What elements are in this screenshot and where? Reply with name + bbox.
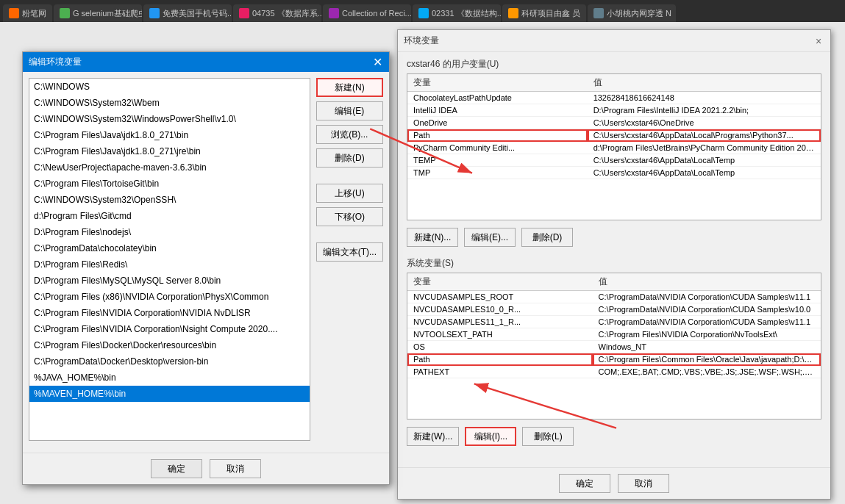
env-variables-dialog: 环境变量 × cxstar46 的用户变量(U) 变量 值 bbox=[397, 29, 831, 500]
user-var-value: C:\Users\cxstar46\OneDrive bbox=[588, 117, 821, 129]
user-var-value: D:\Program Files\IntelliJ IDEA 2021.2.2\… bbox=[588, 104, 821, 117]
edit-browse-button[interactable]: 浏览(B)... bbox=[316, 125, 383, 144]
tab-selenium[interactable]: G selenium基础爬虫... bbox=[54, 4, 142, 22]
tab-favicon bbox=[418, 8, 429, 18]
path-list-item[interactable]: C:\Program Files\Docker\Docker\resources… bbox=[29, 337, 310, 353]
user-var-row[interactable]: PathC:\Users\cxstar46\AppData\Local\Prog… bbox=[407, 129, 821, 142]
edit-cancel-button[interactable]: 取消 bbox=[210, 459, 261, 478]
path-list-item[interactable]: %JAVA_HOME%\bin bbox=[29, 370, 310, 386]
user-edit-button[interactable]: 编辑(E)... bbox=[464, 228, 516, 247]
path-list-item[interactable]: D:\Program Files\nodejs\ bbox=[29, 224, 310, 240]
path-list-item[interactable]: C:\WINDOWS\System32\WindowsPowerShell\v1… bbox=[29, 111, 310, 127]
user-delete-button[interactable]: 删除(D) bbox=[521, 228, 573, 247]
user-var-name: ChocolateyLastPathUpdate bbox=[407, 92, 588, 104]
system-var-row[interactable]: NVCUDASAMPLES11_1_R...C:\ProgramData\NVI… bbox=[407, 316, 821, 328]
user-vars-table: 变量 值 ChocolateyLastPathUpdate13262841861… bbox=[407, 74, 821, 179]
sys-var-name: NVCUDASAMPLES10_0_R... bbox=[407, 303, 593, 316]
sys-var-value: C:\ProgramData\NVIDIA Corporation\CUDA S… bbox=[593, 291, 821, 303]
system-vars-table: 变量 值 NVCUDASAMPLES_ROOTC:\ProgramData\NV… bbox=[407, 273, 821, 378]
user-var-name: TEMP bbox=[407, 154, 588, 167]
path-list-item[interactable]: C:\Program Files (x86)\NVIDIA Corporatio… bbox=[29, 289, 310, 305]
user-var-row[interactable]: TEMPC:\Users\cxstar46\AppData\Local\Temp bbox=[407, 154, 821, 167]
env-dialog-close-button[interactable]: × bbox=[813, 35, 824, 47]
sys-var-value: C:\Program Files\Common Files\Oracle\Jav… bbox=[593, 353, 821, 366]
path-list-item[interactable]: C:\Program Files\NVIDIA Corporation\NVID… bbox=[29, 305, 310, 321]
edit-movedown-button[interactable]: 下移(O) bbox=[316, 207, 383, 226]
tab-phone[interactable]: 免费美国手机号码... bbox=[143, 4, 232, 22]
system-var-row[interactable]: OSWindows_NT bbox=[407, 341, 821, 353]
tab-collection[interactable]: Collection of Reci... bbox=[323, 4, 411, 22]
system-edit-button[interactable]: 编辑(I)... bbox=[465, 427, 516, 446]
path-list-item[interactable]: C:\Program Files\Java\jdk1.8.0_271\jre\b… bbox=[29, 143, 310, 159]
edit-new-button[interactable]: 新建(N) bbox=[316, 78, 383, 97]
tab-ds[interactable]: 02331 《数据结构... bbox=[413, 4, 501, 22]
user-var-row[interactable]: OneDriveC:\Users\cxstar46\OneDrive bbox=[407, 117, 821, 129]
user-var-row[interactable]: PyCharm Community Editi...d:\Program Fil… bbox=[407, 142, 821, 154]
user-new-button[interactable]: 新建(N)... bbox=[407, 228, 458, 247]
tab-favicon bbox=[593, 8, 604, 18]
user-col-val: 值 bbox=[588, 74, 821, 92]
path-list-item[interactable]: C:\NewUserProject\apache-maven-3.6.3\bin bbox=[29, 159, 310, 176]
env-dialog-content: cxstar46 的用户变量(U) 变量 值 ChocolateyLastPat… bbox=[398, 52, 830, 499]
sys-var-name: Path bbox=[407, 353, 593, 366]
system-new-button[interactable]: 新建(W)... bbox=[407, 427, 459, 446]
sys-col-val: 值 bbox=[593, 273, 821, 291]
edit-dialog-body: C:\WINDOWSC:\WINDOWS\System32\WbemC:\WIN… bbox=[23, 72, 389, 453]
path-list-item[interactable]: d:\Program Files\Git\cmd bbox=[29, 208, 310, 224]
env-cancel-button[interactable]: 取消 bbox=[618, 474, 669, 493]
env-ok-button[interactable]: 确定 bbox=[559, 474, 610, 493]
user-var-row[interactable]: TMPC:\Users\cxstar46\AppData\Local\Temp bbox=[407, 167, 821, 179]
tab-fenbiwang[interactable]: 粉笔网 bbox=[3, 4, 52, 22]
path-list-item[interactable]: C:\ProgramData\Docker\Desktop\version-bi… bbox=[29, 353, 310, 370]
path-list-item[interactable]: D:\Program Files\Redis\ bbox=[29, 256, 310, 273]
path-list-item[interactable]: C:\WINDOWS\System32\Wbem bbox=[29, 95, 310, 111]
sys-var-name: NVTOOLSEXT_PATH bbox=[407, 328, 593, 341]
path-list-item[interactable]: %MAVEN_HOME%\bin bbox=[29, 386, 310, 402]
user-var-value: C:\Users\cxstar46\AppData\Local\Temp bbox=[588, 154, 821, 167]
sys-var-value: C:\Program Files\NVIDIA Corporation\NvTo… bbox=[593, 328, 821, 341]
main-background: 环境变量 × cxstar46 的用户变量(U) 变量 值 bbox=[0, 22, 845, 504]
system-vars-table-container[interactable]: 变量 值 NVCUDASAMPLES_ROOTC:\ProgramData\NV… bbox=[407, 273, 821, 420]
path-list-item[interactable]: C:\WINDOWS bbox=[29, 79, 310, 95]
env-dialog-footer: 确定 取消 bbox=[398, 467, 830, 499]
path-list-item[interactable]: C:\Program Files\Java\jdk1.8.0_271\bin bbox=[29, 127, 310, 143]
user-var-row[interactable]: ChocolateyLastPathUpdate1326284186166241… bbox=[407, 92, 821, 104]
user-var-name: TMP bbox=[407, 167, 588, 179]
user-var-name: Path bbox=[407, 129, 588, 142]
system-var-row[interactable]: PathC:\Program Files\Common Files\Oracle… bbox=[407, 353, 821, 366]
tab-favicon bbox=[329, 8, 339, 18]
tab-db[interactable]: 04735 《数据库系... bbox=[233, 4, 321, 22]
tab-favicon bbox=[239, 8, 249, 18]
edit-dialog-close-button[interactable]: ✕ bbox=[371, 57, 383, 68]
path-list-item[interactable]: C:\Program Files\TortoiseGit\bin bbox=[29, 176, 310, 192]
system-var-row[interactable]: NVTOOLSEXT_PATHC:\Program Files\NVIDIA C… bbox=[407, 328, 821, 341]
path-list-item[interactable]: C:\WINDOWS\System32\OpenSSH\ bbox=[29, 192, 310, 208]
system-var-row[interactable]: NVCUDASAMPLES_ROOTC:\ProgramData\NVIDIA … bbox=[407, 291, 821, 303]
tab-net[interactable]: 小胡桃内网穿透 N bbox=[588, 4, 676, 22]
user-vars-btn-row: 新建(N)... 编辑(E)... 删除(D) bbox=[398, 223, 830, 251]
user-var-value: 132628418616624148 bbox=[588, 92, 821, 104]
path-list-item[interactable]: C:\Program Files\NVIDIA Corporation\Nsig… bbox=[29, 321, 310, 337]
user-vars-table-container[interactable]: 变量 值 ChocolateyLastPathUpdate13262841861… bbox=[407, 73, 821, 220]
sys-var-value: C:\ProgramData\NVIDIA Corporation\CUDA S… bbox=[593, 316, 821, 328]
path-list-item[interactable]: D:\Program Files\MySQL\MySQL Server 8.0\… bbox=[29, 273, 310, 289]
user-var-row[interactable]: IntelliJ IDEAD:\Program Files\IntelliJ I… bbox=[407, 104, 821, 117]
edit-edit-button[interactable]: 编辑(E) bbox=[316, 101, 383, 120]
edit-ok-button[interactable]: 确定 bbox=[151, 459, 202, 478]
system-var-row[interactable]: NVCUDASAMPLES10_0_R...C:\ProgramData\NVI… bbox=[407, 303, 821, 316]
sys-var-name: OS bbox=[407, 341, 593, 353]
edit-edittext-button[interactable]: 编辑文本(T)... bbox=[316, 242, 383, 262]
user-var-value: C:\Users\cxstar46\AppData\Local\Programs… bbox=[588, 129, 821, 142]
system-vars-section: 系统变量(S) 变量 值 NVCUDASAMPLES_ROOTC:\Progra… bbox=[398, 251, 830, 422]
tab-research[interactable]: 科研项目由鑫 员 bbox=[502, 4, 586, 22]
sys-var-value: COM;.EXE;.BAT;.CMD;.VBS;.VBE;.JS;.JSE;.W… bbox=[593, 366, 821, 378]
edit-moveup-button[interactable]: 上移(U) bbox=[316, 184, 383, 203]
user-var-value: d:\Program Files\JetBrains\PyCharm Commu… bbox=[588, 142, 821, 154]
system-var-row[interactable]: PATHEXTCOM;.EXE;.BAT;.CMD;.VBS;.VBE;.JS;… bbox=[407, 366, 821, 378]
env-dialog-title: 环境变量 bbox=[404, 35, 439, 47]
system-delete-button[interactable]: 删除(L) bbox=[522, 427, 574, 446]
path-list-item[interactable]: C:\ProgramData\chocolatey\bin bbox=[29, 240, 310, 256]
sys-var-value: C:\ProgramData\NVIDIA Corporation\CUDA S… bbox=[593, 303, 821, 316]
edit-delete-button[interactable]: 删除(D) bbox=[316, 148, 383, 168]
path-list-box[interactable]: C:\WINDOWSC:\WINDOWS\System32\WbemC:\WIN… bbox=[29, 78, 310, 441]
